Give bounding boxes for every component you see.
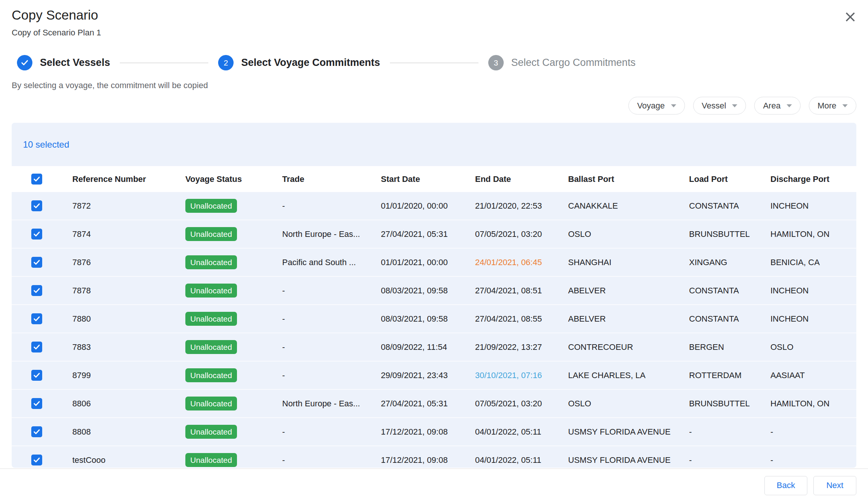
discharge-port-cell: AASIAAT xyxy=(770,371,856,380)
reference-number-cell: 8799 xyxy=(72,371,185,380)
table-row[interactable]: 7880 Unallocated - 08/03/2021, 09:58 27/… xyxy=(12,305,856,333)
chevron-down-icon xyxy=(842,104,848,107)
check-icon xyxy=(33,230,41,238)
voyage-status-badge: Unallocated xyxy=(185,397,237,410)
start-date-cell: 01/01/2020, 00:00 xyxy=(381,201,475,211)
filter-voyage[interactable]: Voyage xyxy=(628,97,685,114)
voyage-status-cell: Unallocated xyxy=(185,255,282,269)
column-header-ballast-port: Ballast Port xyxy=(568,174,689,184)
table-row[interactable]: 7878 Unallocated - 08/03/2021, 09:58 27/… xyxy=(12,277,856,305)
reference-number-cell: 8806 xyxy=(72,399,185,409)
trade-cell: - xyxy=(282,201,381,211)
table-row[interactable]: 8799 Unallocated - 29/09/2021, 23:43 30/… xyxy=(12,362,856,390)
table-row[interactable]: 7872 Unallocated - 01/01/2020, 00:00 21/… xyxy=(12,192,856,220)
column-header-load-port: Load Port xyxy=(689,174,770,184)
row-checkbox[interactable] xyxy=(31,200,42,211)
end-date-cell: 07/05/2021, 03:20 xyxy=(475,399,568,409)
ballast-port-cell: USMSY FLORIDA AVENUE xyxy=(568,427,689,437)
trade-cell: Pacific and South ... xyxy=(282,258,381,267)
voyage-status-badge: Unallocated xyxy=(185,199,237,213)
voyage-commitments-panel: 10 selected Reference Number Voyage Stat… xyxy=(12,123,856,468)
voyage-status-cell: Unallocated xyxy=(185,368,282,382)
check-icon xyxy=(33,400,41,407)
load-port-cell: - xyxy=(689,427,770,437)
row-checkbox[interactable] xyxy=(31,229,42,240)
chevron-down-icon xyxy=(671,104,676,107)
reference-number-cell: 7872 xyxy=(72,201,185,211)
check-icon xyxy=(33,456,41,464)
table-row[interactable]: 8806 Unallocated North Europe - Eas... 2… xyxy=(12,390,856,418)
step-select-cargo-commitments[interactable]: 3 Select Cargo Commitments xyxy=(488,55,636,70)
end-date-cell: 27/04/2021, 08:51 xyxy=(475,286,568,296)
reference-number-cell: 7878 xyxy=(72,286,185,296)
discharge-port-cell: INCHEON xyxy=(770,201,856,211)
ballast-port-cell: CANAKKALE xyxy=(568,201,689,211)
voyage-status-badge: Unallocated xyxy=(185,340,237,354)
chevron-down-icon xyxy=(787,104,792,107)
check-icon xyxy=(33,175,41,183)
step-select-vessels[interactable]: Select Vessels xyxy=(17,55,110,70)
check-icon xyxy=(33,428,41,436)
ballast-port-cell: OSLO xyxy=(568,229,689,239)
table-row[interactable]: 7876 Unallocated Pacific and South ... 0… xyxy=(12,249,856,277)
back-button[interactable]: Back xyxy=(764,476,807,495)
step-completed-circle xyxy=(17,55,32,70)
end-date-cell: 21/01/2020, 22:53 xyxy=(475,201,568,211)
step-select-voyage-commitments[interactable]: 2 Select Voyage Commitments xyxy=(218,55,380,70)
voyage-status-badge: Unallocated xyxy=(185,312,237,326)
column-header-trade: Trade xyxy=(282,174,381,184)
column-header-voyage-status: Voyage Status xyxy=(185,174,282,184)
ballast-port-cell: ABELVER xyxy=(568,314,689,324)
check-icon xyxy=(33,371,41,379)
reference-number-cell: 7883 xyxy=(72,342,185,352)
trade-cell: - xyxy=(282,427,381,437)
row-checkbox[interactable] xyxy=(31,257,42,268)
filter-more[interactable]: More xyxy=(809,97,856,114)
row-checkbox[interactable] xyxy=(31,342,42,352)
trade-cell: - xyxy=(282,286,381,296)
trade-cell: - xyxy=(282,342,381,352)
check-icon xyxy=(33,287,41,294)
ballast-port-cell: OSLO xyxy=(568,399,689,409)
step-connector xyxy=(390,63,478,63)
close-button[interactable] xyxy=(843,10,857,24)
row-checkbox[interactable] xyxy=(31,285,42,296)
check-icon xyxy=(33,315,41,323)
discharge-port-cell: HAMILTON, ON xyxy=(770,399,856,409)
discharge-port-cell: INCHEON xyxy=(770,314,856,324)
voyage-status-cell: Unallocated xyxy=(185,397,282,410)
voyage-status-badge: Unallocated xyxy=(185,368,237,382)
row-checkbox[interactable] xyxy=(31,370,42,381)
row-checkbox[interactable] xyxy=(31,313,42,324)
discharge-port-cell: - xyxy=(770,427,856,437)
reference-number-cell: testCooo xyxy=(72,455,185,465)
voyage-status-badge: Unallocated xyxy=(185,227,237,241)
reference-number-cell: 8808 xyxy=(72,427,185,437)
step-label: Select Cargo Commitments xyxy=(511,57,636,69)
filter-area[interactable]: Area xyxy=(754,97,800,114)
helper-text: By selecting a voyage, the commitment wi… xyxy=(12,81,208,90)
filter-vessel[interactable]: Vessel xyxy=(693,97,746,114)
row-checkbox[interactable] xyxy=(31,426,42,437)
select-all-checkbox[interactable] xyxy=(31,174,42,185)
next-button[interactable]: Next xyxy=(813,476,856,495)
table-row[interactable]: 7874 Unallocated North Europe - Eas... 2… xyxy=(12,220,856,249)
table-row[interactable]: 8808 Unallocated - 17/12/2021, 09:08 04/… xyxy=(12,418,856,446)
table-row[interactable]: 7883 Unallocated - 08/09/2022, 11:54 21/… xyxy=(12,333,856,362)
table-row[interactable]: testCooo Unallocated - 17/12/2021, 09:08… xyxy=(12,446,856,468)
voyage-status-badge: Unallocated xyxy=(185,453,237,467)
load-port-cell: - xyxy=(689,455,770,465)
discharge-port-cell: - xyxy=(770,455,856,465)
row-checkbox[interactable] xyxy=(31,398,42,409)
end-date-cell: 30/10/2021, 07:16 xyxy=(475,371,568,380)
selected-count: 10 selected xyxy=(23,139,69,150)
discharge-port-cell: INCHEON xyxy=(770,286,856,296)
load-port-cell: CONSTANTA xyxy=(689,314,770,324)
reference-number-cell: 7876 xyxy=(72,258,185,267)
row-checkbox[interactable] xyxy=(31,455,42,465)
voyage-status-badge: Unallocated xyxy=(185,255,237,269)
check-icon xyxy=(33,258,41,266)
load-port-cell: BRUNSBUTTEL xyxy=(689,399,770,409)
filter-label: Voyage xyxy=(637,101,665,111)
trade-cell: - xyxy=(282,314,381,324)
